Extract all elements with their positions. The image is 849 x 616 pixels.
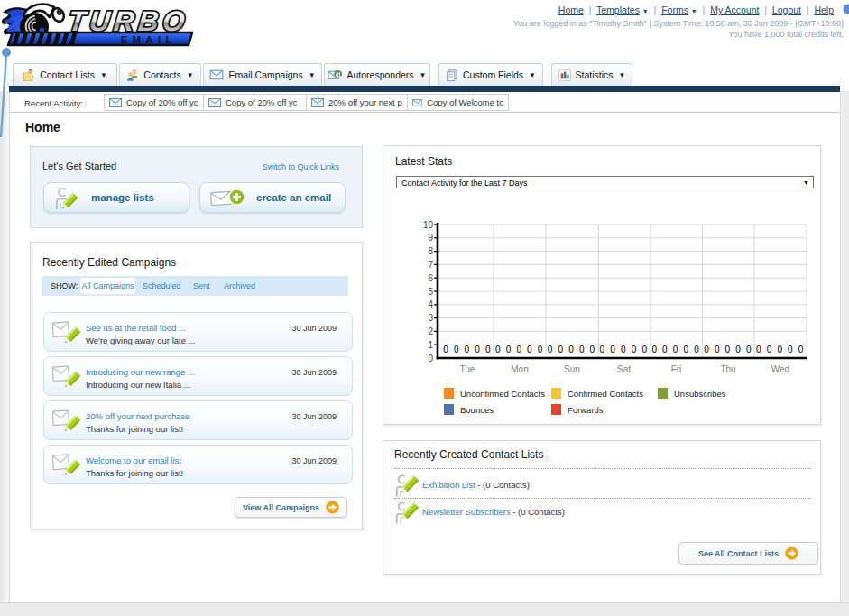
svg-text:0: 0	[725, 345, 731, 354]
svg-text:2: 2	[428, 326, 433, 336]
svg-text:0: 0	[777, 345, 782, 354]
svg-text:0: 0	[454, 345, 459, 354]
svg-text:7: 7	[428, 260, 433, 270]
svg-text:0: 0	[516, 345, 521, 354]
svg-text:0: 0	[475, 345, 480, 354]
svg-text:0: 0	[506, 345, 512, 354]
svg-text:0: 0	[495, 345, 501, 354]
svg-text:1: 1	[428, 340, 433, 350]
svg-text:0: 0	[788, 345, 793, 354]
svg-text:0: 0	[715, 345, 720, 354]
svg-text:0: 0	[558, 345, 564, 354]
svg-text:0: 0	[548, 345, 553, 354]
svg-text:0: 0	[590, 345, 595, 354]
svg-text:TURBO: TURBO	[67, 6, 190, 38]
svg-text:3: 3	[428, 313, 433, 323]
svg-text:0: 0	[579, 345, 585, 354]
svg-text:0: 0	[610, 345, 615, 354]
svg-text:0: 0	[600, 345, 605, 354]
svg-text:0: 0	[485, 345, 491, 354]
svg-text:0: 0	[673, 345, 678, 354]
svg-text:Fri: Fri	[671, 364, 682, 374]
svg-text:0: 0	[428, 354, 433, 363]
svg-text:Wed: Wed	[771, 364, 789, 374]
svg-text:Mon: Mon	[511, 364, 528, 374]
svg-text:0: 0	[694, 345, 699, 354]
svg-text:0: 0	[651, 345, 657, 354]
svg-text:0: 0	[746, 345, 752, 354]
svg-text:Sun: Sun	[564, 364, 580, 374]
svg-text:10: 10	[423, 220, 434, 230]
svg-text:0: 0	[798, 345, 804, 354]
svg-text:9: 9	[428, 233, 433, 243]
svg-text:0: 0	[632, 345, 637, 354]
svg-text:Sat: Sat	[617, 364, 631, 374]
svg-text:0: 0	[704, 345, 709, 354]
svg-text:5: 5	[428, 287, 433, 297]
svg-text:4: 4	[428, 299, 433, 309]
svg-text:6: 6	[428, 273, 433, 283]
svg-text:0: 0	[568, 345, 574, 354]
svg-text:0: 0	[527, 345, 532, 354]
svg-text:0: 0	[684, 345, 689, 354]
svg-text:0: 0	[465, 345, 470, 354]
svg-text:0: 0	[662, 345, 668, 354]
svg-text:0: 0	[767, 345, 772, 354]
svg-text:0: 0	[735, 345, 741, 354]
svg-text:0: 0	[538, 345, 543, 354]
svg-text:0: 0	[621, 345, 626, 354]
svg-text:0: 0	[756, 345, 761, 354]
svg-text:8: 8	[428, 246, 433, 256]
svg-text:0: 0	[641, 345, 647, 354]
svg-text:0: 0	[443, 345, 448, 354]
svg-text:Tue: Tue	[460, 364, 475, 374]
svg-text:Thu: Thu	[720, 364, 735, 374]
